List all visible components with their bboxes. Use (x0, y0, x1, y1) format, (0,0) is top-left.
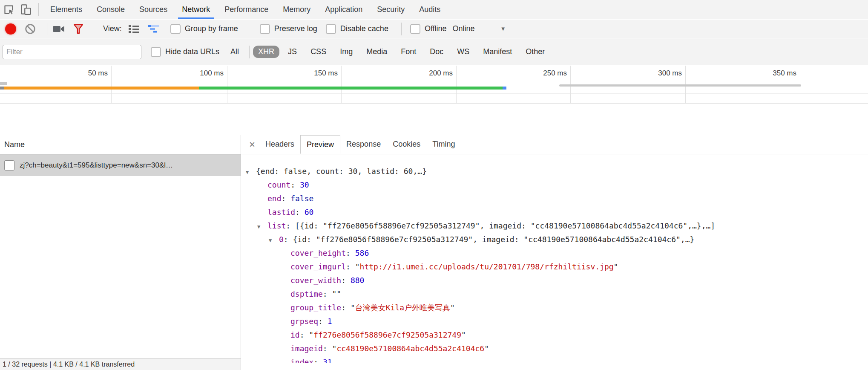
detail-tab-headers[interactable]: Headers (259, 135, 300, 154)
tree-line[interactable]: id: "ff276e8056f58896e7cf92505a312749" (241, 328, 868, 342)
tree-token: grpseq (290, 317, 318, 326)
clear-button[interactable] (25, 23, 36, 35)
request-checkbox[interactable] (4, 160, 14, 171)
device-toolbar-button[interactable] (17, 2, 34, 17)
tree-line[interactable]: count: 30 (241, 178, 868, 192)
tab-elements[interactable]: Elements (43, 0, 89, 19)
tree-line[interactable]: cover_width: 880 (241, 274, 868, 287)
tab-audits[interactable]: Audits (412, 0, 448, 19)
close-detail-icon[interactable]: × (245, 136, 259, 153)
tree-token: lastid (267, 208, 295, 217)
hide-data-urls-checkbox[interactable] (151, 47, 161, 57)
tree-token: : " (341, 303, 355, 312)
detail-tab-timing[interactable]: Timing (426, 135, 461, 154)
tree-line[interactable]: index: 31 (241, 356, 868, 363)
waterfall-view-button[interactable] (147, 24, 160, 34)
filter-type-all[interactable]: All (225, 46, 244, 58)
tree-token: imageid (290, 344, 323, 353)
filter-type-list: XHRJSCSSImgMediaFontDocWSManifestOther (253, 46, 553, 58)
tree-token: : (313, 358, 323, 363)
name-column-header[interactable]: Name (0, 135, 241, 155)
timeline-tick-label: 250 ms (503, 69, 567, 78)
tree-line[interactable]: ▼{end: false, count: 30, lastid: 60,…} (241, 165, 868, 178)
tree-token: group_title (290, 303, 341, 312)
filter-input[interactable] (3, 45, 141, 59)
filter-type-manifest[interactable]: Manifest (478, 46, 517, 58)
throttling-dropdown-arrow-icon[interactable]: ▼ (500, 26, 506, 32)
offline-checkbox[interactable] (410, 24, 420, 34)
expand-arrow-icon[interactable]: ▼ (269, 234, 279, 247)
tree-line[interactable]: grpseq: 1 (241, 315, 868, 328)
filter-type-other[interactable]: Other (520, 46, 550, 58)
tab-performance[interactable]: Performance (217, 0, 276, 19)
group-by-frame-checkbox[interactable] (170, 24, 181, 34)
filter-type-font[interactable]: Font (396, 46, 421, 58)
tree-line[interactable]: ▼list: [{id: "ff276e8056f58896e7cf92505a… (241, 219, 868, 233)
queueing-segment (0, 87, 4, 90)
tree-line[interactable]: lastid: 60 (241, 205, 868, 219)
tree-line[interactable]: ▼0: {id: "ff276e8056f58896e7cf92505a3127… (241, 233, 868, 246)
tree-token: : (318, 317, 328, 326)
tab-application[interactable]: Application (318, 0, 370, 19)
tab-memory[interactable]: Memory (276, 0, 318, 19)
filter-type-js[interactable]: JS (283, 46, 302, 58)
network-filter-bar: Hide data URLs All XHRJSCSSImgMediaFontD… (0, 39, 868, 65)
screenshot-camera-icon (52, 24, 65, 34)
hide-data-urls-label: Hide data URLs (165, 47, 219, 56)
preserve-log-checkbox[interactable] (260, 24, 270, 34)
tree-token: : (341, 276, 351, 285)
filter-type-xhr[interactable]: XHR (253, 46, 279, 58)
filter-funnel-icon (73, 23, 84, 35)
filter-type-doc[interactable]: Doc (425, 46, 448, 58)
tree-token: 台湾美女Kila户外唯美写真 (355, 303, 450, 312)
tree-token: count (267, 180, 290, 189)
tree-token: false (290, 194, 313, 203)
filter-type-css[interactable]: CSS (305, 46, 331, 58)
filter-type-media[interactable]: Media (361, 46, 392, 58)
offline-label: Offline (425, 24, 447, 33)
load-event-segment (503, 87, 506, 90)
capture-screenshots-button[interactable] (52, 24, 65, 34)
toolbar-divider (96, 23, 96, 35)
detail-tab-response[interactable]: Response (340, 135, 387, 154)
tree-token: index (290, 358, 313, 363)
filter-toggle-button[interactable] (73, 23, 84, 35)
expand-arrow-icon[interactable]: ▼ (257, 220, 267, 234)
tree-token: " (461, 330, 466, 339)
toolbar-divider (251, 23, 251, 35)
tree-token: end (267, 194, 282, 203)
tree-line[interactable]: dsptime: "" (241, 287, 868, 301)
tab-console[interactable]: Console (89, 0, 132, 19)
detail-tab-cookies[interactable]: Cookies (387, 135, 426, 154)
list-view-button[interactable] (128, 24, 140, 34)
tree-token: 0 (279, 235, 284, 244)
disable-cache-label: Disable cache (340, 24, 388, 33)
tree-token: " (484, 344, 489, 353)
devtools-tab-bar: ElementsConsoleSourcesNetworkPerformance… (0, 0, 868, 19)
disable-cache-checkbox[interactable] (326, 24, 336, 34)
device-toolbar-icon (20, 4, 32, 15)
network-overview-timeline[interactable]: 50 ms100 ms150 ms200 ms250 ms300 ms350 m… (0, 66, 868, 104)
expand-arrow-icon[interactable]: ▼ (246, 165, 256, 179)
tree-token: http://i1.umei.cc/uploads/tu/201701/798/… (360, 262, 614, 271)
tab-security[interactable]: Security (370, 0, 412, 19)
detail-tab-preview[interactable]: Preview (300, 135, 340, 154)
record-button[interactable] (5, 23, 16, 35)
tree-line[interactable]: end: false (241, 192, 868, 205)
tree-line[interactable]: cover_height: 586 (241, 246, 868, 260)
tree-line[interactable]: cover_imgurl: "http://i1.umei.cc/uploads… (241, 260, 868, 274)
filter-divider (249, 46, 250, 58)
tab-sources[interactable]: Sources (132, 0, 175, 19)
timeline-scrollbar[interactable] (559, 84, 801, 87)
tree-token: : " (300, 330, 314, 339)
tab-network[interactable]: Network (175, 0, 217, 19)
tree-line[interactable]: group_title: "台湾美女Kila户外唯美写真" (241, 301, 868, 315)
inspect-element-button[interactable] (0, 2, 17, 17)
tree-line[interactable]: imageid: "cc48190e57100864abc4d55a2c4104… (241, 342, 868, 356)
detail-tab-bar: × HeadersPreviewResponseCookiesTiming (241, 135, 868, 154)
filter-type-ws[interactable]: WS (452, 46, 474, 58)
preserve-log-label: Preserve log (274, 24, 317, 33)
filter-type-img[interactable]: Img (335, 46, 358, 58)
throttling-selected-value[interactable]: Online (453, 24, 475, 33)
request-row[interactable]: zj?ch=beauty&t1=595&listtype=new&sn=30&l… (0, 155, 241, 176)
